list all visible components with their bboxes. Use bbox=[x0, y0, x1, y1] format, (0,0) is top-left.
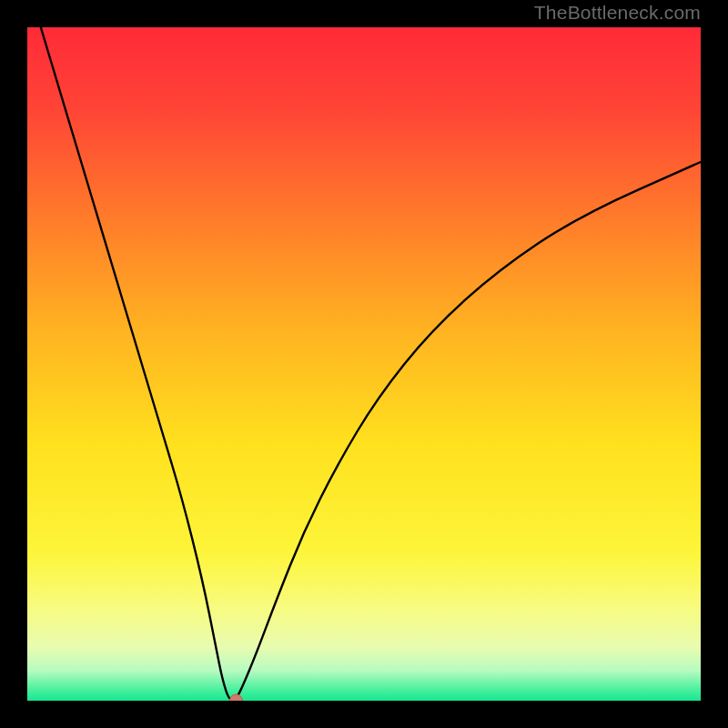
gradient-rect bbox=[27, 27, 701, 701]
chart-frame: TheBottleneck.com bbox=[0, 0, 728, 728]
plot-area bbox=[27, 27, 701, 701]
gradient-svg bbox=[27, 27, 701, 701]
watermark-text: TheBottleneck.com bbox=[534, 2, 701, 24]
